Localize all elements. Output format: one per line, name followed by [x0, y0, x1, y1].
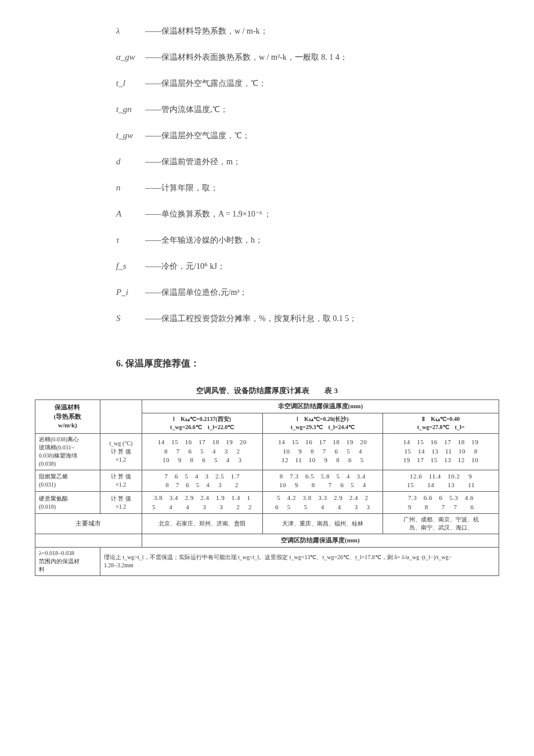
label: t_wg (°C) 计 算 值 ×1.2 — [100, 433, 142, 470]
def-d: d——保温前管道外径，m； — [116, 154, 499, 170]
sym: τ — [116, 232, 145, 248]
h-col2: Ⅰ K₁₄℃=0.26(长沙) t_wg=29.3℃ t_l=24.4℃ — [262, 413, 383, 433]
sym: t_gn — [116, 102, 145, 117]
h-material: 保温材料 (导热系数 w/m·k) — [35, 400, 100, 433]
sym: f_s — [116, 258, 145, 274]
def-A: A——单位换算系数，A = 1.9×10⁻³ ； — [116, 206, 499, 222]
insulation-table: 保温材料 (导热系数 w/m·k) 非空调区防结露保温厚度(mm) Ⅰ K₁₄℃… — [35, 399, 499, 575]
blank — [35, 534, 142, 547]
sym: d — [116, 154, 145, 170]
h-nonac: 非空调区防结露保温厚度(mm) — [142, 400, 499, 413]
desc: ——全年输送冷媒的小时数，h； — [145, 233, 263, 247]
l: 15 14 13 11 10 8 — [385, 447, 496, 456]
cities-1: 北京、石家庄、郑州、济南、贵阳 — [142, 514, 262, 534]
def-Pi: P_i——保温层单位造价,元/m³； — [116, 285, 499, 300]
sym: P_i — [116, 285, 145, 300]
sym: S — [116, 311, 145, 326]
def-fs: f_s——冷价，元/10⁶ kJ； — [116, 258, 499, 274]
l: 5 4.2 3.8 3.3 2.9 2.4 2 — [265, 494, 381, 502]
l: 10 9 8 6 5 4 3 — [145, 456, 260, 465]
l: 19 17 15 13 12 10 — [385, 456, 496, 465]
sym: n — [116, 180, 145, 196]
l: 9 8 7 7 6 — [385, 503, 496, 512]
c2: 14 15 16 17 18 19 2010 9 8 7 6 5 412 11 … — [262, 433, 383, 470]
desc: ——保温工程投资贷款分摊率，%，按复利计息，取 0.1 5； — [145, 311, 357, 326]
foot-val: 1.28~3.2mm — [104, 561, 496, 570]
l: 7.3 6.6 6 5.3 4.6 — [385, 494, 496, 502]
l: 10 9 8 7 6 5 4 — [265, 481, 381, 489]
sym: t_l — [116, 75, 145, 91]
sym: α_gw — [116, 49, 145, 65]
l: 8 7 6 5 4 3 2 — [145, 447, 260, 456]
def-tgw: t_gw——保温层外空气温度，℃； — [116, 128, 499, 143]
table-row: λ=0.018~0.038 范围内的保温材 料 理论上 t_wg>t_l，不需保… — [35, 547, 499, 575]
desc: ——单位换算系数，A = 1.9×10⁻³ ； — [145, 207, 272, 221]
h-ac: 空调区防结露保温厚度(mm) — [142, 534, 499, 547]
def-alpha-gw: α_gw——保温材料外表面换热系数，w / m²-k，一般取 8. 1 4； — [116, 49, 499, 65]
c3: 12.6 11.4 10.2 9 15 14 13 11 — [383, 470, 499, 492]
l: 3.8 3.4 2.9 2.4 1.9 1.4 1 — [145, 494, 260, 502]
c2: 8 7.3 6.5 5.8 5 4 3.410 9 8 7 6 5 4 — [262, 470, 383, 492]
l: 12.6 11.4 10.2 9 — [385, 472, 496, 481]
table-row: 主要城市 北京、石家庄、郑州、济南、贵阳 天津、重庆、南昌、福州、桂林 广州、成… — [35, 514, 499, 534]
desc: ——保温材料外表面换热系数，w / m²-k，一般取 8. 1 4； — [145, 50, 348, 64]
def-tgn: t_gn——管内流体温度,℃； — [116, 102, 499, 117]
sym: λ — [116, 23, 145, 39]
c2: 5 4.2 3.8 3.3 2.9 2.4 26 5 5 4 4 3 3 — [262, 492, 383, 514]
table-row: 空调区防结露保温厚度(mm) — [35, 534, 499, 547]
def-n: n——计算年限，取； — [116, 180, 499, 196]
c3: 14 15 16 17 18 1915 14 13 11 10 819 17 1… — [383, 433, 499, 470]
label: 计 算 值 ×1.2 — [100, 470, 142, 492]
def-tau: τ——全年输送冷媒的小时数，h； — [116, 232, 499, 248]
table-row: 硬质聚氨酯 (0.018) 计 算 值 ×1.2 3.8 3.4 2.9 2.4… — [35, 492, 499, 514]
cities-label: 主要城市 — [35, 514, 142, 534]
l: 14 15 16 17 18 19 20 — [145, 438, 260, 447]
desc: ——保温前管道外径，m； — [145, 154, 241, 169]
symbol-definitions: λ——保温材料导热系数，w / m-k； α_gw——保温材料外表面换热系数，w… — [116, 23, 499, 326]
l: 14 15 16 17 18 19 — [385, 438, 496, 447]
l: 14 15 16 17 18 19 20 — [265, 438, 381, 447]
l: 7 6 5 4 3 2.5 1.7 — [145, 472, 260, 481]
l: 10 9 8 7 6 5 4 — [265, 447, 381, 456]
def-S: S——保温工程投资贷款分摊率，%，按复利计息，取 0.1 5； — [116, 311, 499, 326]
l: 6 5 5 4 4 3 3 — [265, 503, 381, 512]
table-row: 阻燃聚乙烯 (0.031) 计 算 值 ×1.2 7 6 5 4 3 2.5 1… — [35, 470, 499, 492]
desc: ——保温层单位造价,元/m³； — [145, 285, 247, 300]
c3: 7.3 6.6 6 5.3 4.69 8 7 7 6 — [383, 492, 499, 514]
foot-text: 理论上 t_wg>t_l，不需保温；实际运行中有可能出现 t_wg<t_l。这里… — [104, 553, 496, 561]
desc: ——管内流体温度,℃； — [145, 102, 228, 117]
table-title: 空调风管、设备防结露厚度计算表 表 3 — [35, 384, 499, 397]
section-heading: 6. 保温厚度推荐值： — [116, 355, 499, 372]
l: 15 14 13 11 — [385, 481, 496, 489]
desc: ——计算年限，取； — [145, 181, 218, 195]
c1: 3.8 3.4 2.9 2.4 1.9 1.4 15 4 4 3 3 2 2 — [142, 492, 262, 514]
h-blank — [100, 400, 142, 433]
h-col1: Ⅰ K₁₄℃=0.2137(西安) t_wg=26.6℃ t_l=22.0℃ — [142, 413, 262, 433]
foot-mat: λ=0.018~0.038 范围内的保温材 料 — [35, 547, 100, 575]
l: 8 7.3 6.5 5.8 5 4 3.4 — [265, 472, 381, 481]
l: 8 7 6 5 4 3 2 — [145, 481, 260, 489]
c1: 7 6 5 4 3 2.5 1.78 7 6 5 4 3 2 — [142, 470, 262, 492]
cities-2: 天津、重庆、南昌、福州、桂林 — [262, 514, 383, 534]
sym: t_gw — [116, 128, 145, 143]
mat: 硬质聚氨酯 (0.018) — [35, 492, 100, 514]
desc: ——保温层外空气温度，℃； — [145, 128, 250, 143]
l: 5 4 4 3 3 2 2 — [145, 503, 260, 512]
label: 计 算 值 ×1.2 — [100, 492, 142, 514]
desc: ——保温材料导热系数，w / m-k； — [145, 24, 268, 38]
c1: 14 15 16 17 18 19 208 7 6 5 4 3 210 9 8 … — [142, 433, 262, 470]
l: 12 11 10 9 8 6 5 — [265, 456, 381, 465]
table-row: 保温材料 (导热系数 w/m·k) 非空调区防结露保温厚度(mm) — [35, 400, 499, 413]
table-row: 岩棉(0.038)离心 玻璃棉(0.031~ 0.038)橡塑海绵 (0.038… — [35, 433, 499, 470]
desc: ——冷价，元/10⁶ kJ； — [145, 259, 225, 273]
sym: A — [116, 206, 145, 222]
def-tl: t_l——保温层外空气露点温度，℃； — [116, 75, 499, 91]
mat: 岩棉(0.038)离心 玻璃棉(0.031~ 0.038)橡塑海绵 (0.038… — [35, 433, 100, 470]
mat: 阻燃聚乙烯 (0.031) — [35, 470, 100, 492]
cities-3: 广州、成都、南京、宁波、杭 岛、南宁、武汉、海口、 — [383, 514, 499, 534]
desc: ——保温层外空气露点温度，℃； — [145, 76, 266, 91]
h-col3: Ⅱ K₁₄℃=0.40 t_wg=27.8℃ t_l= — [383, 413, 499, 433]
foot-cell: 理论上 t_wg>t_l，不需保温；实际运行中有可能出现 t_wg<t_l。这里… — [100, 547, 499, 575]
def-lambda: λ——保温材料导热系数，w / m-k； — [116, 23, 499, 39]
